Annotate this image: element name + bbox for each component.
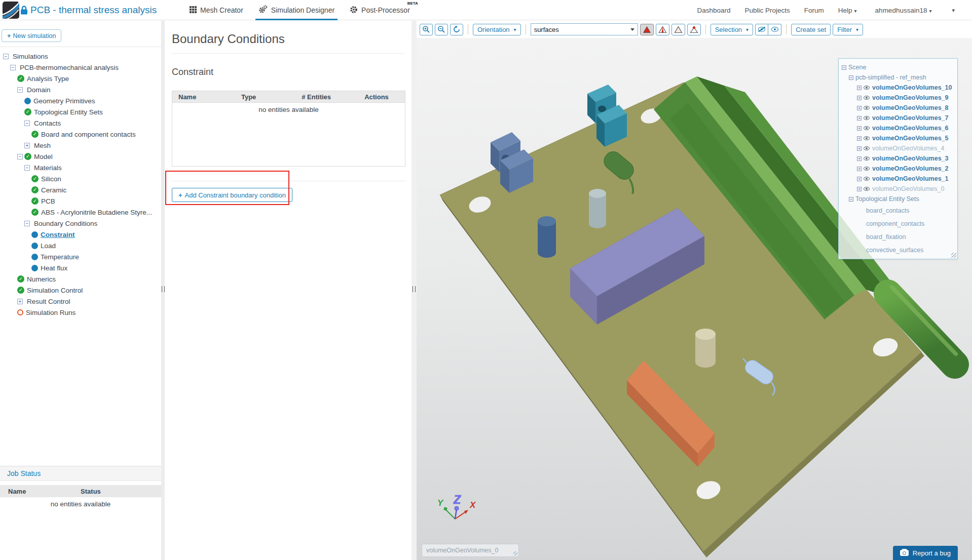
- sidebar-item-simulations[interactable]: −Simulations: [0, 51, 161, 62]
- sidebar-item-model[interactable]: −✓Model: [0, 151, 161, 162]
- tree-item-label[interactable]: Mesh: [34, 142, 51, 149]
- tree-item-label[interactable]: Constraint: [41, 231, 75, 238]
- zoom-out-button[interactable]: [435, 24, 448, 35]
- create-set-button[interactable]: Create set: [791, 24, 831, 35]
- scene-set-label[interactable]: convective_surfaces: [866, 247, 923, 254]
- nav-link-forum[interactable]: Forum: [804, 7, 824, 14]
- tab-post-processor[interactable]: Post-ProcessorBETA: [349, 0, 411, 20]
- collapse-icon[interactable]: −: [10, 65, 16, 70]
- 3d-viewport[interactable]: −Scene−pcb-simplified - ref_mesh+volumeO…: [417, 38, 972, 560]
- tree-item-label[interactable]: Simulations: [13, 53, 48, 60]
- scene-item-label[interactable]: Topological Entity Sets: [855, 195, 919, 203]
- filter-dropdown[interactable]: Filter ▾: [833, 24, 863, 35]
- new-simulation-button[interactable]: + New simulation: [2, 29, 61, 42]
- user-menu[interactable]: ahmedhussain18▾: [875, 7, 932, 14]
- app-logo-icon[interactable]: [3, 2, 19, 19]
- scene-volume-label[interactable]: volumeOnGeoVolumes_3: [872, 155, 949, 162]
- tree-item-label[interactable]: PCB-thermomechanical analysis: [20, 64, 119, 71]
- zoom-in-button[interactable]: [420, 24, 433, 35]
- tree-item-label[interactable]: Model: [34, 153, 53, 161]
- sidebar-item-contacts[interactable]: −Contacts: [0, 117, 161, 129]
- tree-item-label[interactable]: Heat flux: [41, 264, 67, 272]
- expand-icon[interactable]: +: [857, 106, 862, 110]
- splitter-grip-icon[interactable]: [162, 286, 165, 292]
- navbar-overflow-caret-icon[interactable]: ▾: [952, 7, 955, 14]
- expand-icon[interactable]: +: [17, 299, 23, 304]
- tree-item-label[interactable]: Board and component contacts: [41, 131, 136, 138]
- sidebar-item-geometry-primitives[interactable]: Geometry Primitives: [0, 95, 161, 106]
- collapse-icon[interactable]: −: [842, 65, 846, 70]
- tab-simulation-designer[interactable]: Simulation Designer: [257, 0, 335, 20]
- expand-icon[interactable]: +: [857, 146, 862, 151]
- tree-item-label[interactable]: Result Control: [27, 298, 70, 305]
- expand-icon[interactable]: +: [857, 126, 862, 131]
- tree-item-label[interactable]: Simulation Control: [27, 287, 83, 294]
- tree-item-label[interactable]: Ceramic: [41, 186, 66, 194]
- expand-icon[interactable]: +: [24, 143, 30, 148]
- tree-item-label[interactable]: Analysis Type: [27, 75, 69, 83]
- tab-mesh-creator[interactable]: Mesh Creator: [189, 0, 244, 20]
- scene-set-label[interactable]: board_fixation: [866, 233, 906, 241]
- tree-item-label[interactable]: PCB: [41, 197, 55, 205]
- scene-set-label[interactable]: component_contacts: [866, 220, 924, 227]
- scene-volume-label[interactable]: volumeOnGeoVolumes_5: [872, 135, 949, 142]
- scene-volume-item[interactable]: +volumeOnGeoVolumes_0: [842, 184, 954, 194]
- sidebar-item-domain[interactable]: −Domain: [0, 84, 161, 95]
- expand-icon[interactable]: +: [857, 96, 862, 100]
- scene-volume-item[interactable]: +volumeOnGeoVolumes_1: [842, 174, 954, 184]
- scene-volume-label[interactable]: volumeOnGeoVolumes_6: [872, 125, 949, 132]
- tree-item-label[interactable]: Temperature: [41, 253, 79, 261]
- scene-volume-label[interactable]: volumeOnGeoVolumes_1: [872, 175, 949, 182]
- nav-link-public-projects[interactable]: Public Projects: [745, 7, 790, 14]
- scene-volume-item[interactable]: +volumeOnGeoVolumes_2: [842, 164, 954, 174]
- scene-set-item[interactable]: board_contacts: [842, 204, 954, 217]
- sidebar-item-simulation-control[interactable]: ✓Simulation Control: [0, 285, 161, 296]
- scene-root-item[interactable]: −Scene: [842, 62, 954, 72]
- scene-mesh-group-item[interactable]: −pcb-simplified - ref_mesh: [842, 72, 954, 83]
- eye-icon[interactable]: [864, 96, 870, 100]
- sidebar-item-load[interactable]: Load: [0, 240, 161, 251]
- tree-item-label[interactable]: Domain: [27, 86, 51, 94]
- scene-set-item[interactable]: board_fixation: [842, 230, 954, 244]
- scene-volume-item[interactable]: +volumeOnGeoVolumes_9: [842, 93, 954, 103]
- splitter-grip-icon[interactable]: [413, 286, 416, 292]
- surface-filter-solid-button[interactable]: [640, 24, 654, 35]
- eye-icon[interactable]: [864, 146, 870, 150]
- sidebar-item-simulation-runs[interactable]: Simulation Runs: [0, 307, 161, 318]
- refresh-view-button[interactable]: [450, 24, 463, 35]
- tree-item-label[interactable]: Boundary Conditions: [34, 220, 97, 227]
- sidebar-item-ceramic[interactable]: ✓Ceramic: [0, 184, 161, 195]
- surface-filter-vertex-button[interactable]: [687, 24, 701, 35]
- expand-icon[interactable]: +: [857, 187, 862, 191]
- scene-entity-sets-item[interactable]: −Topological Entity Sets: [842, 194, 954, 204]
- expand-icon[interactable]: +: [857, 136, 862, 141]
- nav-link-dashboard[interactable]: Dashboard: [697, 7, 730, 14]
- eye-icon[interactable]: [864, 177, 870, 181]
- expand-icon[interactable]: +: [857, 116, 862, 121]
- scene-volume-item[interactable]: +volumeOnGeoVolumes_6: [842, 123, 954, 133]
- scene-volume-label[interactable]: volumeOnGeoVolumes_9: [872, 94, 949, 101]
- scene-volume-item[interactable]: +volumeOnGeoVolumes_10: [842, 83, 954, 93]
- scene-item-label[interactable]: pcb-simplified - ref_mesh: [855, 74, 926, 81]
- sidebar-item-board-and-component-contacts[interactable]: ✓Board and component contacts: [0, 129, 161, 140]
- eye-icon[interactable]: [864, 86, 870, 90]
- resize-handle-icon[interactable]: [951, 253, 956, 258]
- scene-volume-item[interactable]: +volumeOnGeoVolumes_7: [842, 113, 954, 123]
- eye-icon[interactable]: [864, 106, 870, 110]
- scene-volume-label[interactable]: volumeOnGeoVolumes_4: [872, 145, 944, 152]
- collapse-icon[interactable]: −: [17, 87, 23, 93]
- show-selection-button[interactable]: [768, 24, 781, 35]
- collapse-icon[interactable]: −: [24, 165, 30, 171]
- surface-filter-edge-button[interactable]: [656, 24, 669, 35]
- scene-volume-label[interactable]: volumeOnGeoVolumes_7: [872, 114, 949, 122]
- tree-item-label[interactable]: Load: [41, 242, 56, 250]
- eye-icon[interactable]: [864, 136, 870, 140]
- collapse-icon[interactable]: −: [24, 221, 30, 226]
- sidebar-item-numerics[interactable]: ✓Numerics: [0, 273, 161, 285]
- panel-splitter[interactable]: [161, 21, 165, 560]
- eye-icon[interactable]: [864, 187, 870, 191]
- scene-item-label[interactable]: Scene: [848, 64, 866, 71]
- sidebar-item-materials[interactable]: −Materials: [0, 162, 161, 173]
- cylinder-component-blue[interactable]: [538, 216, 556, 258]
- cylinder-component-gray[interactable]: [589, 189, 606, 228]
